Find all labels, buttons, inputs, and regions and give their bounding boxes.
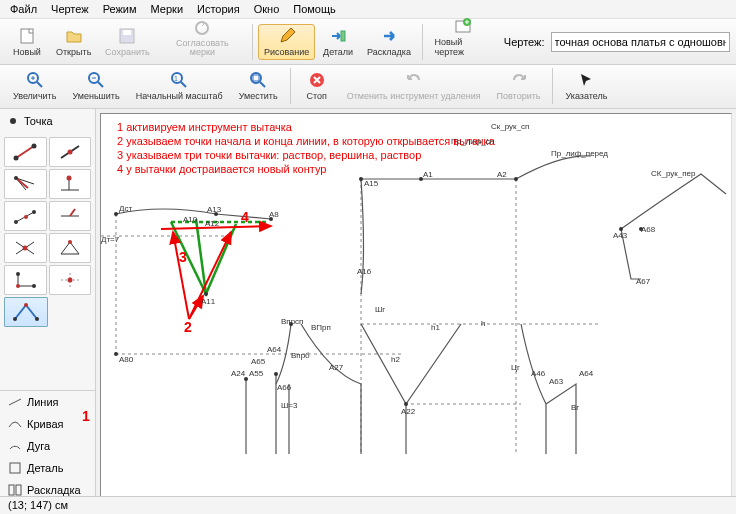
drawing-label: Чертеж: — [504, 36, 545, 48]
svg-rect-12 — [253, 75, 259, 81]
svg-point-66 — [404, 402, 408, 406]
anno-3: 3 — [179, 249, 187, 265]
svg-text:А27: А27 — [329, 363, 344, 372]
new-button[interactable]: Новый — [6, 24, 48, 60]
svg-text:А11: А11 — [201, 297, 216, 306]
section-line[interactable]: Линия — [0, 391, 95, 413]
tool-point-xy[interactable] — [4, 265, 47, 295]
svg-line-15 — [16, 146, 34, 158]
menu-mode[interactable]: Режим — [103, 3, 137, 15]
svg-point-34 — [16, 284, 20, 288]
anno-4: 4 — [241, 209, 249, 225]
zoom-reset-icon: 1 — [169, 71, 189, 89]
point-mode-label[interactable]: Точка — [0, 109, 95, 133]
svg-text:Пр_лиф_сп: Пр_лиф_сп — [451, 137, 494, 146]
svg-text:ВПрп: ВПрп — [311, 323, 331, 332]
svg-text:А8: А8 — [269, 210, 279, 219]
svg-point-38 — [24, 303, 28, 307]
details-button[interactable]: Детали — [317, 24, 359, 60]
section-curve[interactable]: Кривая — [0, 413, 95, 435]
section-detail[interactable]: Деталь — [0, 457, 95, 479]
tool-perpendicular[interactable] — [49, 169, 92, 199]
drawing-name-input[interactable] — [551, 32, 730, 52]
svg-point-35 — [67, 278, 72, 283]
draw-mode-button[interactable]: Рисование — [258, 24, 315, 60]
drawing-canvas[interactable]: 1 активируем инструмент вытачка 2 указыв… — [100, 113, 732, 497]
bullet-icon — [8, 116, 18, 126]
zoom-fit-icon — [248, 71, 268, 89]
svg-point-25 — [32, 210, 36, 214]
zoom-out-icon — [86, 71, 106, 89]
tool-normal[interactable] — [49, 201, 92, 231]
open-button[interactable]: Открыть — [50, 24, 97, 60]
status-bar: (13; 147) см — [0, 496, 736, 514]
pointer-button[interactable]: Указатель — [558, 68, 614, 104]
layout-button[interactable]: Раскладка — [361, 24, 416, 60]
pencil-icon — [277, 27, 297, 45]
section-arc[interactable]: Дуга — [0, 435, 95, 457]
curve-icon — [8, 419, 22, 429]
svg-text:А16: А16 — [357, 267, 372, 276]
svg-text:Цг: Цг — [511, 363, 520, 372]
svg-point-3 — [196, 22, 208, 34]
svg-rect-4 — [341, 31, 345, 41]
svg-rect-2 — [123, 30, 131, 35]
svg-point-33 — [32, 284, 36, 288]
svg-text:Вг: Вг — [571, 403, 579, 412]
svg-text:1: 1 — [174, 75, 178, 82]
zoom-fit-button[interactable]: Уместить — [232, 68, 285, 104]
menu-window[interactable]: Окно — [254, 3, 280, 15]
tool-point-along[interactable] — [49, 137, 92, 167]
stop-icon — [307, 71, 327, 89]
svg-text:Ск_рук_сп: Ск_рук_сп — [491, 122, 529, 131]
svg-point-19 — [67, 150, 72, 155]
svg-text:А55: А55 — [249, 369, 264, 378]
zoom-out-button[interactable]: Уменьшить — [65, 68, 126, 104]
folder-icon — [64, 27, 84, 45]
stop-button[interactable]: Стоп — [296, 68, 338, 104]
svg-point-65 — [514, 177, 518, 181]
menu-help[interactable]: Помощь — [293, 3, 336, 15]
svg-point-63 — [359, 177, 363, 181]
svg-point-59 — [204, 292, 208, 296]
tool-point-distance[interactable] — [4, 137, 47, 167]
tool-point-intersect-xy[interactable] — [49, 265, 92, 295]
tool-intersection[interactable] — [4, 233, 47, 263]
svg-text:А68: А68 — [641, 225, 656, 234]
svg-text:А65: А65 — [251, 357, 266, 366]
svg-point-22 — [66, 176, 71, 181]
svg-text:Пр_лиф_перед: Пр_лиф_перед — [551, 149, 608, 158]
menu-measurements[interactable]: Мерки — [151, 3, 183, 15]
menu-history[interactable]: История — [197, 3, 240, 15]
svg-text:Дст: Дст — [119, 204, 132, 213]
zoom-original-button[interactable]: 1 Начальный масштаб — [129, 68, 230, 104]
svg-rect-42 — [16, 485, 21, 495]
line-icon — [8, 397, 22, 407]
undo-icon — [404, 71, 424, 89]
save-icon — [117, 27, 137, 45]
separator — [252, 24, 253, 60]
svg-line-39 — [9, 399, 21, 405]
new-drawing-button[interactable]: Новый чертеж — [428, 14, 498, 60]
svg-rect-0 — [21, 29, 33, 43]
svg-point-37 — [35, 317, 39, 321]
svg-rect-40 — [10, 463, 20, 473]
svg-text:А67: А67 — [636, 277, 651, 286]
svg-line-27 — [70, 209, 75, 216]
svg-text:А46: А46 — [531, 369, 546, 378]
tool-bisector[interactable] — [4, 169, 47, 199]
zoom-in-button[interactable]: Увеличить — [6, 68, 63, 104]
tool-shoulder[interactable] — [4, 201, 47, 231]
svg-point-21 — [14, 176, 18, 180]
tool-dart[interactable] — [4, 297, 48, 327]
svg-text:Впрсп: Впрсп — [281, 317, 303, 326]
menu-drawing[interactable]: Чертеж — [51, 3, 89, 15]
svg-text:h1: h1 — [431, 323, 440, 332]
svg-point-30 — [23, 246, 28, 251]
svg-text:СК_рук_пер: СК_рук_пер — [651, 169, 696, 178]
menu-file[interactable]: Файл — [10, 3, 37, 15]
svg-point-55 — [114, 212, 118, 216]
tool-triangle[interactable] — [49, 233, 92, 263]
svg-text:А13: А13 — [207, 205, 222, 214]
svg-point-16 — [14, 156, 19, 161]
